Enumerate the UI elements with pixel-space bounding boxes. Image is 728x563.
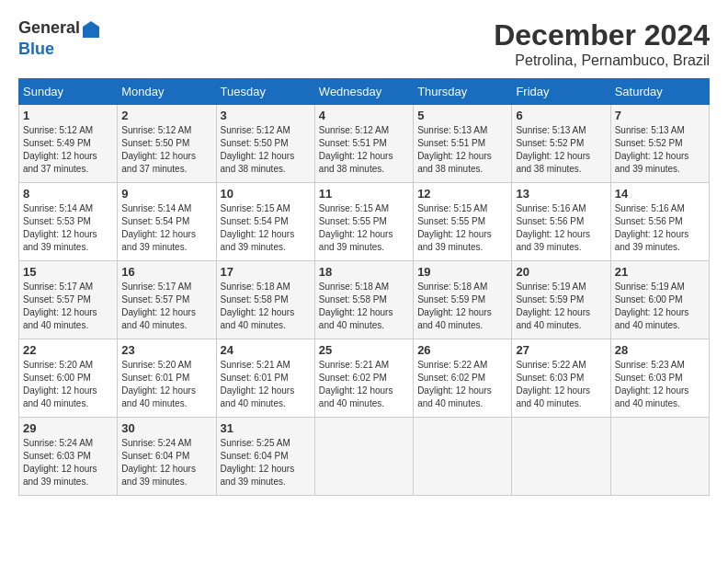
table-row: 1 Sunrise: 5:12 AM Sunset: 5:49 PM Dayli… bbox=[19, 105, 118, 183]
col-wednesday: Wednesday bbox=[314, 79, 413, 105]
day-number: 21 bbox=[615, 265, 705, 279]
day-info: Sunrise: 5:23 AM Sunset: 6:03 PM Dayligh… bbox=[615, 359, 705, 410]
svg-marker-0 bbox=[83, 21, 99, 38]
day-info: Sunrise: 5:19 AM Sunset: 5:59 PM Dayligh… bbox=[516, 281, 606, 332]
day-number: 12 bbox=[417, 187, 507, 201]
day-number: 27 bbox=[516, 343, 606, 357]
day-info: Sunrise: 5:19 AM Sunset: 6:00 PM Dayligh… bbox=[615, 281, 705, 332]
day-info: Sunrise: 5:12 AM Sunset: 5:50 PM Dayligh… bbox=[221, 124, 311, 176]
calendar-week-row: 22 Sunrise: 5:20 AM Sunset: 6:00 PM Dayl… bbox=[19, 339, 710, 418]
table-row: 11 Sunrise: 5:15 AM Sunset: 5:55 PM Dayl… bbox=[314, 183, 413, 261]
day-info: Sunrise: 5:24 AM Sunset: 6:04 PM Dayligh… bbox=[121, 437, 211, 488]
day-number: 20 bbox=[516, 265, 606, 279]
col-friday: Friday bbox=[512, 79, 610, 105]
day-number: 7 bbox=[615, 109, 705, 122]
day-info: Sunrise: 5:16 AM Sunset: 5:56 PM Dayligh… bbox=[615, 202, 705, 254]
day-info: Sunrise: 5:15 AM Sunset: 5:55 PM Dayligh… bbox=[319, 202, 409, 254]
day-info: Sunrise: 5:18 AM Sunset: 5:59 PM Dayligh… bbox=[417, 281, 507, 332]
table-row: 4 Sunrise: 5:12 AM Sunset: 5:51 PM Dayli… bbox=[314, 105, 413, 183]
table-row: 14 Sunrise: 5:16 AM Sunset: 5:56 PM Dayl… bbox=[610, 183, 709, 261]
location-title: Petrolina, Pernambuco, Brazil bbox=[494, 52, 710, 69]
day-info: Sunrise: 5:22 AM Sunset: 6:03 PM Dayligh… bbox=[516, 359, 606, 410]
day-number: 15 bbox=[23, 265, 113, 279]
table-row: 8 Sunrise: 5:14 AM Sunset: 5:53 PM Dayli… bbox=[19, 183, 118, 261]
day-info: Sunrise: 5:17 AM Sunset: 5:57 PM Dayligh… bbox=[121, 281, 211, 332]
table-row: 30 Sunrise: 5:24 AM Sunset: 6:04 PM Dayl… bbox=[118, 418, 216, 496]
day-info: Sunrise: 5:15 AM Sunset: 5:55 PM Dayligh… bbox=[417, 202, 507, 254]
day-number: 13 bbox=[516, 187, 606, 201]
table-row: 27 Sunrise: 5:22 AM Sunset: 6:03 PM Dayl… bbox=[512, 339, 610, 418]
col-sunday: Sunday bbox=[19, 79, 118, 105]
calendar-week-row: 15 Sunrise: 5:17 AM Sunset: 5:57 PM Dayl… bbox=[19, 261, 710, 339]
table-row: 13 Sunrise: 5:16 AM Sunset: 5:56 PM Dayl… bbox=[512, 183, 610, 261]
col-monday: Monday bbox=[118, 79, 216, 105]
table-row bbox=[610, 418, 709, 496]
table-row: 12 Sunrise: 5:15 AM Sunset: 5:55 PM Dayl… bbox=[414, 183, 512, 261]
table-row: 28 Sunrise: 5:23 AM Sunset: 6:03 PM Dayl… bbox=[610, 339, 709, 418]
day-number: 4 bbox=[319, 109, 409, 122]
day-info: Sunrise: 5:13 AM Sunset: 5:52 PM Dayligh… bbox=[615, 124, 705, 176]
table-row: 26 Sunrise: 5:22 AM Sunset: 6:02 PM Dayl… bbox=[414, 339, 512, 418]
day-number: 30 bbox=[121, 421, 211, 435]
day-number: 25 bbox=[319, 343, 409, 357]
day-info: Sunrise: 5:18 AM Sunset: 5:58 PM Dayligh… bbox=[319, 281, 409, 332]
calendar-header-row: Sunday Monday Tuesday Wednesday Thursday… bbox=[19, 79, 710, 105]
calendar-week-row: 8 Sunrise: 5:14 AM Sunset: 5:53 PM Dayli… bbox=[19, 183, 710, 261]
day-info: Sunrise: 5:20 AM Sunset: 6:01 PM Dayligh… bbox=[121, 359, 211, 410]
day-info: Sunrise: 5:21 AM Sunset: 6:02 PM Dayligh… bbox=[319, 359, 409, 410]
title-area: December 2024 Petrolina, Pernambuco, Bra… bbox=[494, 18, 710, 69]
day-number: 5 bbox=[417, 109, 507, 122]
day-info: Sunrise: 5:18 AM Sunset: 5:58 PM Dayligh… bbox=[221, 281, 311, 332]
day-number: 26 bbox=[417, 343, 507, 357]
day-number: 18 bbox=[319, 265, 409, 279]
table-row: 24 Sunrise: 5:21 AM Sunset: 6:01 PM Dayl… bbox=[216, 339, 314, 418]
col-thursday: Thursday bbox=[414, 79, 512, 105]
table-row: 29 Sunrise: 5:24 AM Sunset: 6:03 PM Dayl… bbox=[19, 418, 118, 496]
day-number: 3 bbox=[221, 109, 311, 122]
table-row bbox=[512, 418, 610, 496]
table-row: 17 Sunrise: 5:18 AM Sunset: 5:58 PM Dayl… bbox=[216, 261, 314, 339]
table-row: 5 Sunrise: 5:13 AM Sunset: 5:51 PM Dayli… bbox=[414, 105, 512, 183]
day-info: Sunrise: 5:25 AM Sunset: 6:04 PM Dayligh… bbox=[221, 437, 311, 488]
day-info: Sunrise: 5:13 AM Sunset: 5:51 PM Dayligh… bbox=[417, 124, 507, 176]
table-row: 20 Sunrise: 5:19 AM Sunset: 5:59 PM Dayl… bbox=[512, 261, 610, 339]
logo-text: General Blue bbox=[18, 18, 102, 59]
table-row: 15 Sunrise: 5:17 AM Sunset: 5:57 PM Dayl… bbox=[19, 261, 118, 339]
table-row: 7 Sunrise: 5:13 AM Sunset: 5:52 PM Dayli… bbox=[610, 105, 709, 183]
day-info: Sunrise: 5:12 AM Sunset: 5:49 PM Dayligh… bbox=[23, 124, 113, 176]
table-row bbox=[414, 418, 512, 496]
logo-icon bbox=[81, 19, 101, 40]
calendar-table: Sunday Monday Tuesday Wednesday Thursday… bbox=[18, 78, 710, 496]
day-number: 24 bbox=[221, 343, 311, 357]
day-number: 10 bbox=[221, 187, 311, 201]
calendar-week-row: 1 Sunrise: 5:12 AM Sunset: 5:49 PM Dayli… bbox=[19, 105, 710, 183]
logo-blue: Blue bbox=[18, 40, 54, 58]
day-info: Sunrise: 5:22 AM Sunset: 6:02 PM Dayligh… bbox=[417, 359, 507, 410]
day-number: 31 bbox=[221, 421, 311, 435]
day-number: 23 bbox=[121, 343, 211, 357]
day-number: 14 bbox=[615, 187, 705, 201]
table-row: 6 Sunrise: 5:13 AM Sunset: 5:52 PM Dayli… bbox=[512, 105, 610, 183]
table-row: 2 Sunrise: 5:12 AM Sunset: 5:50 PM Dayli… bbox=[118, 105, 216, 183]
day-number: 9 bbox=[121, 187, 211, 201]
table-row: 3 Sunrise: 5:12 AM Sunset: 5:50 PM Dayli… bbox=[216, 105, 314, 183]
table-row: 21 Sunrise: 5:19 AM Sunset: 6:00 PM Dayl… bbox=[610, 261, 709, 339]
day-number: 2 bbox=[121, 109, 211, 122]
day-info: Sunrise: 5:13 AM Sunset: 5:52 PM Dayligh… bbox=[516, 124, 606, 176]
day-info: Sunrise: 5:14 AM Sunset: 5:54 PM Dayligh… bbox=[121, 202, 211, 254]
table-row bbox=[314, 418, 413, 496]
day-number: 22 bbox=[23, 343, 113, 357]
day-number: 28 bbox=[615, 343, 705, 357]
day-info: Sunrise: 5:15 AM Sunset: 5:54 PM Dayligh… bbox=[221, 202, 311, 254]
day-info: Sunrise: 5:12 AM Sunset: 5:51 PM Dayligh… bbox=[319, 124, 409, 176]
logo: General Blue bbox=[18, 18, 102, 59]
day-number: 16 bbox=[121, 265, 211, 279]
calendar-week-row: 29 Sunrise: 5:24 AM Sunset: 6:03 PM Dayl… bbox=[19, 418, 710, 496]
table-row: 23 Sunrise: 5:20 AM Sunset: 6:01 PM Dayl… bbox=[118, 339, 216, 418]
table-row: 31 Sunrise: 5:25 AM Sunset: 6:04 PM Dayl… bbox=[216, 418, 314, 496]
month-title: December 2024 bbox=[494, 18, 710, 52]
day-number: 8 bbox=[23, 187, 113, 201]
table-row: 10 Sunrise: 5:15 AM Sunset: 5:54 PM Dayl… bbox=[216, 183, 314, 261]
table-row: 16 Sunrise: 5:17 AM Sunset: 5:57 PM Dayl… bbox=[118, 261, 216, 339]
day-number: 17 bbox=[221, 265, 311, 279]
